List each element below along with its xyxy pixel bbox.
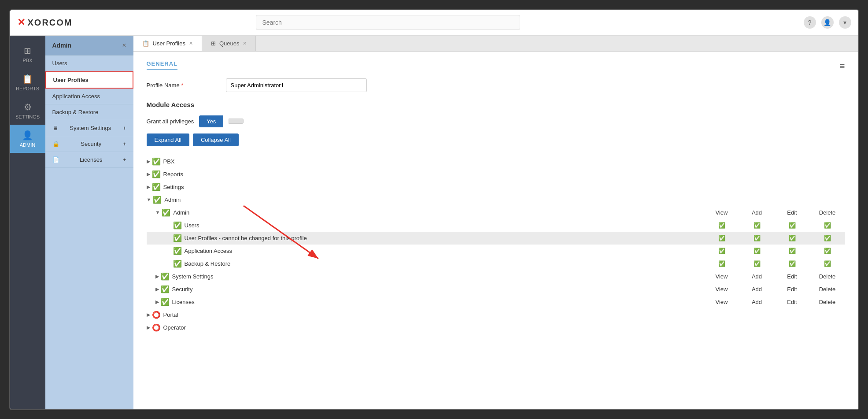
tree-row-admin[interactable]: ▼ ✅ Admin <box>147 193 845 206</box>
tab-label-queues: Queues <box>219 40 240 47</box>
check-reports: ✅ <box>152 170 161 178</box>
tree-row-security[interactable]: ▶ ✅ Security View Add Edit Delete <box>147 283 845 296</box>
tree-row-backup-restore[interactable]: ✅ Backup & Restore ✅ ✅ ✅ ✅ <box>147 257 845 270</box>
tab-queues[interactable]: ⊞ Queues ✕ <box>202 36 256 51</box>
view-app-access: ✅ <box>704 248 739 254</box>
sidebar-item-settings[interactable]: ⚙ SETTINGS <box>10 96 45 125</box>
sidebar-item-user-profiles[interactable]: User Profiles <box>45 71 133 89</box>
tab-icon-queues: ⊞ <box>211 40 216 47</box>
sidebar-label-settings: SETTINGS <box>15 114 40 119</box>
profile-name-input[interactable] <box>226 78 367 92</box>
tree-row-settings[interactable]: ▶ ✅ Settings <box>147 181 845 193</box>
sidebar: ⊞ PBX 📋 REPORTS ⚙ SETTINGS 👤 ADMIN <box>10 36 45 409</box>
view-security: View <box>704 286 739 293</box>
label-reports: Reports <box>163 171 845 178</box>
delete-user-profiles: ✅ <box>810 235 845 241</box>
tree-row-application-access[interactable]: ✅ Application Access ✅ ✅ ✅ ✅ <box>147 245 845 257</box>
label-pbx: PBX <box>163 158 845 165</box>
edit-users: ✅ <box>775 222 810 229</box>
label-settings: Settings <box>163 184 845 190</box>
list-view-icon[interactable]: ≡ <box>840 61 845 71</box>
tree-row-reports[interactable]: ▶ ✅ Reports <box>147 168 845 181</box>
app-window: ✕ XORCOM ? 👤 ▾ ⊞ PBX 📋 REPORTS ⚙ SETTING… <box>9 9 859 410</box>
collapse-all-button[interactable]: Collapse All <box>193 133 239 146</box>
dropdown-icon[interactable]: ▾ <box>839 16 851 29</box>
expand-all-button[interactable]: Expand All <box>147 133 189 146</box>
sidebar-label-reports: REPORTS <box>16 86 39 91</box>
cols-app-access: ✅ ✅ ✅ ✅ <box>704 248 845 254</box>
tree-row-pbx[interactable]: ▶ ✅ PBX <box>147 155 845 168</box>
toggle-no-button[interactable] <box>229 119 244 124</box>
tree-row-portal[interactable]: ▶ ⭕ Portal <box>147 308 845 321</box>
tab-close-queues[interactable]: ✕ <box>243 41 247 46</box>
doc-icon: 📄 <box>52 156 59 163</box>
check-app-access: ✅ <box>173 247 182 255</box>
expand-collapse-buttons: Expand All Collapse All <box>147 133 845 146</box>
chevron-settings: ▶ <box>147 184 150 190</box>
edit-licenses: Edit <box>775 299 810 305</box>
tab-close-user-profiles[interactable]: ✕ <box>189 41 193 46</box>
sidebar-group-system-settings[interactable]: 🖥 System Settings + <box>45 120 133 136</box>
search-bar[interactable] <box>256 15 520 30</box>
sidebar-item-backup-restore[interactable]: Backup & Restore <box>45 104 133 120</box>
sidebar-group-licenses[interactable]: 📄 Licenses + <box>45 152 133 168</box>
edit-user-profiles: ✅ <box>775 235 810 241</box>
settings-icon: ⚙ <box>24 102 32 112</box>
sidebar-item-application-access[interactable]: Application Access <box>45 89 133 104</box>
tree-row-system-settings[interactable]: ▶ ✅ System Settings View Add Edit Delete <box>147 270 845 283</box>
search-input[interactable] <box>256 15 520 30</box>
cols-user-profiles: ✅ ✅ ✅ ✅ <box>704 235 845 241</box>
check-backup: ✅ <box>173 260 182 268</box>
sidebar-item-reports[interactable]: 📋 REPORTS <box>10 68 45 96</box>
col-delete: Delete <box>810 209 845 216</box>
view-backup: ✅ <box>704 260 739 267</box>
edit-backup: ✅ <box>775 260 810 267</box>
delete-app-access: ✅ <box>810 248 845 254</box>
toggle-yes-button[interactable]: Yes <box>199 115 223 127</box>
check-licenses: ✅ <box>161 298 170 306</box>
tab-user-profiles[interactable]: 📋 User Profiles ✕ <box>133 36 202 51</box>
check-operator: ⭕ <box>152 323 161 332</box>
admin-icon: 👤 <box>22 130 33 141</box>
logo-x-icon: ✕ <box>17 17 25 28</box>
user-icon[interactable]: 👤 <box>821 16 834 29</box>
help-icon[interactable]: ? <box>804 16 816 29</box>
check-security: ✅ <box>161 285 170 293</box>
profile-name-row: Profile Name * <box>147 78 845 92</box>
sub-sidebar-close[interactable]: ✕ <box>122 42 126 48</box>
sidebar-group-security[interactable]: 🔒 Security + <box>45 136 133 152</box>
sidebar-label-pbx: PBX <box>22 58 32 63</box>
delete-backup: ✅ <box>810 260 845 267</box>
page-content: GENERAL ≡ Profile Name * Module Access G… <box>133 52 858 409</box>
sidebar-item-pbx[interactable]: ⊞ PBX <box>10 40 45 68</box>
tree-row-admin-sub[interactable]: ▼ ✅ Admin View Add Edit Delete <box>147 206 845 219</box>
required-marker: * <box>181 82 183 89</box>
add-licenses: Add <box>739 299 775 305</box>
edit-sys: Edit <box>775 273 810 280</box>
tree-row-licenses[interactable]: ▶ ✅ Licenses View Add Edit Delete <box>147 296 845 308</box>
check-portal: ⭕ <box>152 311 161 319</box>
chevron-admin-sub: ▼ <box>155 210 160 215</box>
label-users: Users <box>185 222 704 229</box>
label-security: Security <box>172 286 704 293</box>
check-settings: ✅ <box>152 183 161 191</box>
view-sys: View <box>704 273 739 280</box>
top-right: ? 👤 ▾ <box>804 16 851 29</box>
tree-row-operator[interactable]: ▶ ⭕ Operator <box>147 321 845 334</box>
label-sys: System Settings <box>172 273 704 280</box>
cols-users: ✅ ✅ ✅ ✅ <box>704 222 845 229</box>
section-title: GENERAL <box>147 60 178 70</box>
sidebar-item-admin[interactable]: 👤 ADMIN <box>10 125 45 153</box>
cols-licenses: View Add Edit Delete <box>704 299 845 305</box>
tree-row-users[interactable]: ✅ Users ✅ ✅ ✅ ✅ <box>147 219 845 232</box>
top-bar: ✕ XORCOM ? 👤 ▾ <box>10 10 858 36</box>
tree: ▶ ✅ PBX ▶ ✅ Reports <box>147 155 845 334</box>
col-headers-admin: View Add Edit Delete <box>704 209 845 216</box>
pbx-icon: ⊞ <box>24 45 31 56</box>
sidebar-item-users[interactable]: Users <box>45 56 133 71</box>
sub-sidebar-header: Admin ✕ <box>45 36 133 56</box>
chevron-reports: ▶ <box>147 171 150 177</box>
module-access-title: Module Access <box>147 101 845 108</box>
tree-row-user-profiles[interactable]: ✅ User Profiles - cannot be changed for … <box>147 232 845 245</box>
col-edit: Edit <box>775 209 810 216</box>
